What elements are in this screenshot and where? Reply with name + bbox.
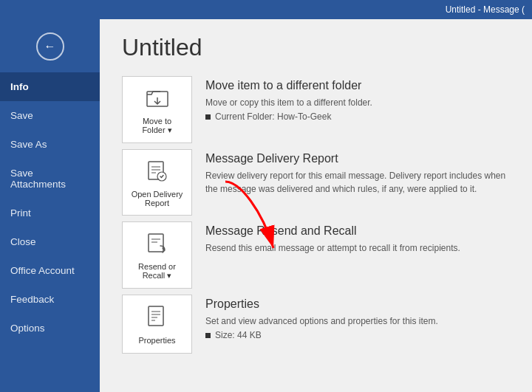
svg-rect-3 [149, 234, 163, 252]
properties-icon [144, 303, 171, 331]
title-bar: Untitled - Message ( [0, 0, 532, 19]
delivery-report-label: Open DeliveryReport [132, 190, 183, 207]
sidebar-item-feedback[interactable]: Feedback [0, 285, 100, 314]
sidebar-item-save-as[interactable]: Save As [0, 130, 100, 159]
sidebar-item-office-account[interactable]: Office Account [0, 256, 100, 285]
back-button[interactable]: ← [36, 32, 64, 61]
section-delivery-report: Open DeliveryReport Message Delivery Rep… [122, 149, 510, 216]
sidebar-item-info[interactable]: Info [0, 72, 100, 101]
sidebar-item-options[interactable]: Options [0, 314, 100, 343]
move-to-folder-label: Move toFolder ▾ [142, 117, 171, 135]
bullet-icon [205, 333, 211, 338]
section-properties: Properties Properties Set and view advan… [122, 295, 510, 354]
resend-recall-label: Resend orRecall ▾ [138, 262, 176, 281]
properties-title: Properties [205, 298, 510, 311]
delivery-report-icon [144, 157, 171, 185]
section-move-to-folder: Move toFolder ▾ Move item to a different… [122, 76, 510, 143]
open-delivery-report-button[interactable]: Open DeliveryReport [122, 149, 192, 216]
move-to-folder-meta: Current Folder: How-To-Geek [205, 111, 510, 122]
resend-recall-desc: Resend this email message or attempt to … [205, 241, 510, 255]
resend-recall-text: Message Resend and Recall Resend this em… [205, 221, 510, 255]
sidebar-item-save-attachments[interactable]: Save Attachments [0, 159, 100, 199]
content-area: Untitled Move toFolder ▾ Move item to a … [100, 19, 532, 392]
properties-meta: Size: 44 KB [205, 330, 510, 340]
move-to-folder-title: Move item to a different folder [205, 79, 510, 92]
sidebar-item-print[interactable]: Print [0, 199, 100, 227]
page-title: Untitled [122, 34, 510, 61]
properties-label: Properties [138, 336, 175, 345]
delivery-report-text: Message Delivery Report Review delivery … [205, 149, 510, 196]
move-to-folder-icon [144, 84, 171, 112]
sidebar-item-save[interactable]: Save [0, 101, 100, 130]
properties-desc: Set and view advanced options and proper… [205, 314, 510, 328]
move-to-folder-desc: Move or copy this item to a different fo… [205, 96, 510, 109]
properties-button[interactable]: Properties [122, 295, 192, 354]
properties-text: Properties Set and view advanced options… [205, 295, 510, 340]
resend-recall-icon [144, 230, 171, 258]
sidebar: ← Info Save Save As Save Attachments Pri… [0, 19, 100, 392]
bullet-icon [205, 114, 211, 120]
move-to-folder-button[interactable]: Move toFolder ▾ [122, 76, 192, 143]
sidebar-item-close[interactable]: Close [0, 227, 100, 256]
resend-recall-title: Message Resend and Recall [205, 224, 510, 238]
main-container: ← Info Save Save As Save Attachments Pri… [0, 19, 532, 392]
back-icon: ← [44, 40, 56, 53]
move-to-folder-text: Move item to a different folder Move or … [205, 76, 510, 122]
resend-recall-button[interactable]: Resend orRecall ▾ [122, 221, 192, 289]
title-bar-text: Untitled - Message ( [446, 4, 525, 15]
delivery-report-desc: Review delivery report for this email me… [205, 169, 510, 196]
delivery-report-title: Message Delivery Report [205, 152, 510, 165]
section-resend-recall: Resend orRecall ▾ Message Resend and Rec… [122, 221, 510, 289]
svg-rect-4 [149, 306, 163, 326]
